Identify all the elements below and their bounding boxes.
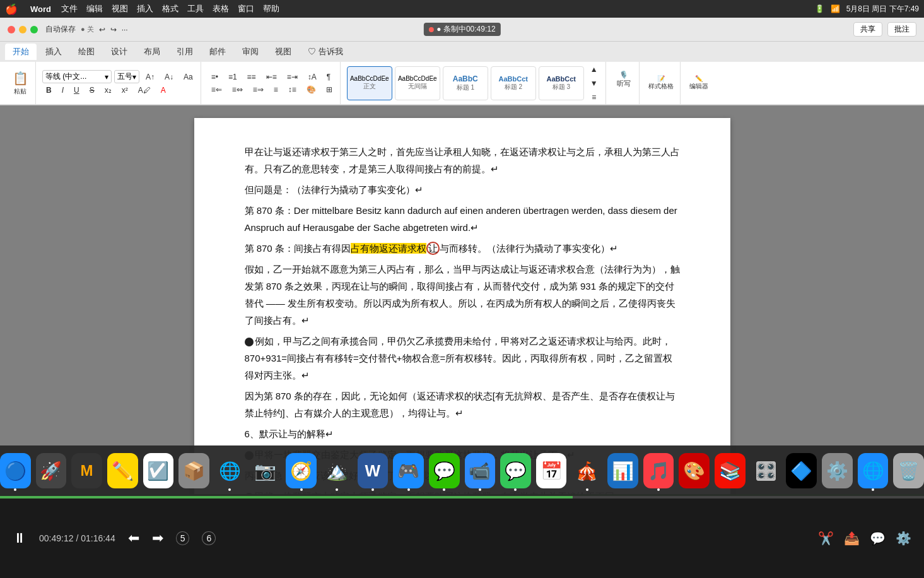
tab-layout[interactable]: 布局 <box>136 44 168 60</box>
dictation-button[interactable]: 🎙️ 听写 <box>612 62 635 97</box>
close-button[interactable] <box>8 26 15 33</box>
font-selector[interactable]: 等线 (中文... ▾ <box>42 70 112 83</box>
forward-button[interactable]: ➡ <box>152 530 163 546</box>
chat-icon[interactable]: 💬 <box>870 531 886 546</box>
replay5-button[interactable]: 5 <box>176 531 190 545</box>
menu-window[interactable]: 窗口 <box>238 3 254 15</box>
font-increase-btn[interactable]: A↑ <box>142 71 158 83</box>
highlight-button[interactable]: A🖊 <box>134 85 155 96</box>
style-scroll-down[interactable]: ▼ <box>587 78 602 89</box>
menu-edit[interactable]: 编辑 <box>86 3 103 15</box>
font-size-selector[interactable]: 五号 ▾ <box>114 70 139 83</box>
undo-icon[interactable]: ↩ <box>99 25 105 34</box>
rewind-button[interactable]: ⬅ <box>128 530 139 546</box>
dock-music[interactable]: 🎵 <box>643 453 674 488</box>
dock-cctalk[interactable]: 🌐 <box>858 453 889 488</box>
export-icon[interactable]: 📤 <box>844 531 860 546</box>
show-marks-btn[interactable]: ¶ <box>323 71 334 83</box>
menu-format[interactable]: 格式 <box>162 3 178 15</box>
menu-view[interactable]: 视图 <box>112 3 128 15</box>
dock-appstore[interactable]: 🎮 <box>393 453 424 488</box>
tab-tell-me[interactable]: ♡ 告诉我 <box>300 44 351 60</box>
dock-word[interactable]: W <box>358 453 389 488</box>
bold-button[interactable]: B <box>42 85 56 96</box>
dock-calendar[interactable]: 📅 <box>536 453 567 488</box>
dock-adobe[interactable]: 🎨 <box>679 453 710 488</box>
dock-notes[interactable]: ✏️ <box>107 453 138 488</box>
tab-references[interactable]: 引用 <box>169 44 201 60</box>
paste-button[interactable]: 📋 粘贴 <box>9 66 32 101</box>
menu-help[interactable]: 帮助 <box>263 3 279 15</box>
dock-maps[interactable]: 🏔️ <box>322 453 353 488</box>
decrease-indent-btn[interactable]: ⇤≡ <box>262 71 281 83</box>
style-more[interactable]: ≡ <box>587 91 602 103</box>
dock-chrome[interactable]: 🌐 <box>214 453 245 488</box>
dock-acrobat[interactable]: 📚 <box>715 453 746 488</box>
dock-trash[interactable]: 🗑️ <box>893 453 924 488</box>
align-right-btn[interactable]: ≡⇒ <box>249 84 267 95</box>
tab-insert[interactable]: 插入 <box>38 44 69 60</box>
dock-zoom[interactable]: 📹 <box>465 453 496 488</box>
more-icon[interactable]: ··· <box>122 25 128 34</box>
tab-view[interactable]: 视图 <box>267 44 299 60</box>
font-case-btn[interactable]: Aa <box>180 71 197 83</box>
superscript-button[interactable]: x² <box>118 85 132 96</box>
tab-mailings[interactable]: 邮件 <box>202 44 233 60</box>
dock-keynote[interactable]: 📊 <box>607 453 638 488</box>
align-left-btn[interactable]: ≡⇐ <box>208 84 226 95</box>
dock-pkg[interactable]: 📦 <box>178 453 209 488</box>
dock-finder[interactable]: 🔵 <box>0 453 31 488</box>
tab-draw[interactable]: 绘图 <box>71 44 102 60</box>
menu-tools[interactable]: 工具 <box>187 3 204 15</box>
strikethrough-button[interactable]: S <box>86 85 98 96</box>
redo-icon[interactable]: ↪ <box>110 25 117 34</box>
increase-indent-btn[interactable]: ≡⇥ <box>283 71 301 83</box>
font-color-button[interactable]: A <box>157 85 170 96</box>
menu-table[interactable]: 表格 <box>213 3 229 15</box>
style-scroll-up[interactable]: ▲ <box>587 64 602 75</box>
style-heading3[interactable]: AaBbCct 标题 3 <box>539 66 584 100</box>
autosave-toggle[interactable]: ● 关 <box>81 25 94 34</box>
style-heading2[interactable]: AaBbCct 标题 2 <box>491 66 536 100</box>
dock-mango[interactable]: M <box>71 453 102 488</box>
dock-system-prefs[interactable]: ⚙️ <box>822 453 853 488</box>
minimize-button[interactable] <box>19 26 26 33</box>
borders-btn[interactable]: ⊞ <box>322 84 336 95</box>
line-spacing-btn[interactable]: ↕≡ <box>284 84 300 95</box>
style-heading1[interactable]: AaBbC 标题 1 <box>443 66 488 100</box>
italic-button[interactable]: I <box>58 85 67 96</box>
multilevel-button[interactable]: ≡≡ <box>243 71 260 83</box>
settings-video-icon[interactable]: ⚙️ <box>896 531 911 546</box>
style-no-spacing[interactable]: AaBbCcDdEe 无间隔 <box>395 66 440 100</box>
tab-design[interactable]: 设计 <box>103 44 135 60</box>
subscript-button[interactable]: x₂ <box>101 85 115 96</box>
menu-file[interactable]: 文件 <box>61 3 78 15</box>
dock-expo[interactable]: 🎪 <box>571 453 602 488</box>
style-normal[interactable]: AaBbCcDdEe 正文 <box>347 66 392 100</box>
dock-photos[interactable]: 📷 <box>250 453 281 488</box>
editor-button[interactable]: ✏️ 编辑器 <box>687 66 711 101</box>
dock-launchpad[interactable]: 🚀 <box>36 453 67 488</box>
align-center-btn[interactable]: ≡⇔ <box>228 84 247 95</box>
dock-messages[interactable]: 💬 <box>500 453 531 488</box>
dock-intellij[interactable]: 🔷 <box>786 453 817 488</box>
numbering-button[interactable]: ≡1 <box>225 71 241 83</box>
comment-button[interactable]: 批注 <box>887 22 916 37</box>
underline-button[interactable]: U <box>70 85 83 96</box>
dock-safari[interactable]: 🧭 <box>286 453 317 488</box>
share-button[interactable]: 共享 <box>853 22 882 37</box>
dock-logics[interactable]: 🎛️ <box>751 453 781 488</box>
sort-button[interactable]: ↕A <box>304 71 320 83</box>
tab-home[interactable]: 开始 <box>5 44 37 60</box>
bullets-button[interactable]: ≡• <box>208 71 222 83</box>
pause-button[interactable]: ⏸ <box>13 530 26 546</box>
apple-icon[interactable]: 🍎 <box>5 3 18 15</box>
dock-wechat[interactable]: 💬 <box>429 453 460 488</box>
dock-reminders[interactable]: ☑️ <box>143 453 174 488</box>
font-decrease-btn[interactable]: A↓ <box>161 71 177 83</box>
justify-btn[interactable]: ≡ <box>270 84 282 95</box>
forward5-button[interactable]: 6 <box>202 531 216 545</box>
shading-btn[interactable]: 🎨 <box>303 84 320 95</box>
progress-bar[interactable] <box>0 496 924 498</box>
style-gallery-button[interactable]: 📝 样式格格 <box>646 66 676 101</box>
